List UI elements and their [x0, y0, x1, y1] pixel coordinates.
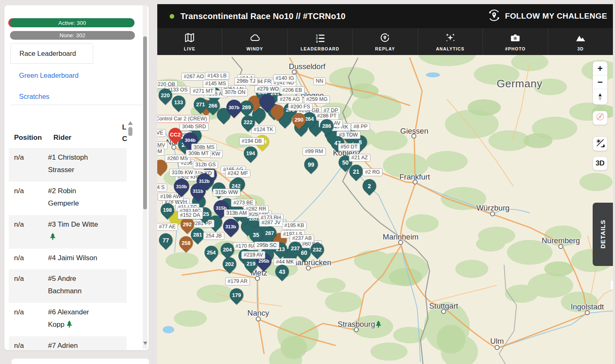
pin-number: 179: [230, 288, 243, 302]
table-row[interactable]: n/a#3 Tim De Witte: [9, 215, 127, 249]
rider-label[interactable]: #145 MS: [203, 80, 228, 88]
rider-label[interactable]: 307b ON: [222, 89, 248, 96]
map-pin-286[interactable]: 286: [317, 116, 336, 136]
rider-label[interactable]: 309b MT: [186, 150, 211, 158]
map-pin-202[interactable]: 202: [220, 254, 239, 274]
nav-item-3d[interactable]: 3D: [548, 28, 613, 55]
active-riders-badge[interactable]: Active: 300: [10, 18, 135, 27]
rider-label[interactable]: #219 AV: [241, 251, 265, 259]
map-panel: Transcontinental Race No10 // #TCRNo10 F…: [157, 4, 613, 364]
table-row[interactable]: n/a#4 Jaimi Wilson: [9, 249, 127, 269]
rider-label[interactable]: #195 KB: [282, 222, 307, 230]
table-row[interactable]: n/a#2 Robin Gemperle: [9, 182, 127, 215]
map-pin-290[interactable]: 290: [289, 110, 309, 129]
table-scroll-up-icon[interactable]: [128, 121, 133, 125]
nav-item-replay[interactable]: REPLAY: [353, 28, 418, 55]
rider-label[interactable]: #287 JV: [259, 219, 283, 227]
rider-label[interactable]: #179 AR: [225, 278, 250, 285]
rider-label[interactable]: #140 IG: [273, 74, 296, 82]
row-position: n/a: [9, 252, 48, 269]
rider-label[interactable]: NN: [313, 77, 326, 85]
map-pin-43[interactable]: 43: [272, 262, 292, 281]
map-pin-99[interactable]: 99: [301, 155, 321, 174]
nav-item-analytics[interactable]: ANALYTICS: [418, 28, 483, 55]
rider-label[interactable]: #206 EB: [280, 86, 305, 94]
rider-label[interactable]: #77 AE: [157, 223, 178, 231]
map-pin-179[interactable]: 179: [227, 285, 246, 305]
map-pin[interactable]: [256, 91, 278, 113]
rider-label[interactable]: 04 S: [157, 184, 167, 192]
rider-label[interactable]: DM: [157, 148, 164, 156]
map-pin-254[interactable]: 254: [202, 243, 221, 262]
nav-item-windy[interactable]: WINDY: [222, 28, 287, 55]
rider-label[interactable]: #259 MG: [304, 96, 330, 103]
rider-label[interactable]: 254 JB: [203, 232, 224, 240]
row-rider: #2 Robin Gemperle: [48, 185, 107, 215]
rider-label[interactable]: 310b KW: [169, 169, 195, 177]
map-pin-266[interactable]: 266: [203, 96, 223, 115]
nav-item-leaderboard[interactable]: 123LEADERBOARD: [288, 28, 353, 55]
pin-number: [259, 94, 275, 110]
map-pin-198[interactable]: 198: [158, 200, 177, 220]
rider-label[interactable]: #152 DA: [178, 211, 203, 219]
tab-green-leaderboard[interactable]: Green Leaderboard: [19, 72, 79, 79]
rider-label[interactable]: #8 PP: [351, 123, 370, 131]
column-header-position: Position: [14, 134, 42, 142]
tab-scratches[interactable]: Scratches: [19, 93, 49, 101]
rider-label[interactable]: 313b AM: [224, 209, 249, 217]
tab-race-leaderboard[interactable]: Race Leaderboard: [10, 43, 93, 64]
rider-label[interactable]: 304b SRD: [180, 123, 209, 131]
table-row[interactable]: n/a#1 Christoph Strasser: [9, 148, 127, 182]
rider-label[interactable]: VE: [157, 129, 166, 137]
rider-label[interactable]: 315b WW: [213, 189, 240, 196]
rider-label[interactable]: 296b TJ: [234, 77, 258, 85]
map-pin-258[interactable]: 258: [176, 233, 196, 253]
zoom-in-button[interactable]: +: [593, 61, 608, 75]
table-row[interactable]: n/a#7 Adrien: [9, 336, 127, 350]
rider-label[interactable]: #99 RM: [303, 148, 326, 156]
rider-label[interactable]: #271 MT: [190, 87, 216, 95]
compass-button[interactable]: [593, 111, 608, 125]
rider-label[interactable]: #21 AZ: [349, 154, 370, 162]
map-pin-2[interactable]: 2: [360, 176, 379, 196]
map-pin-204[interactable]: 204: [218, 240, 237, 259]
rider-label[interactable]: Control Car 2 (CREW): [157, 115, 209, 123]
zoom-out-button[interactable]: −: [593, 75, 608, 89]
rider-label[interactable]: #290 FS: [288, 103, 312, 111]
rider-label[interactable]: 295b SC: [254, 242, 279, 249]
day-night-toggle-button[interactable]: [593, 136, 608, 151]
row-rider: #6 Alexander Kopp: [48, 306, 107, 336]
map-pin-77[interactable]: 77: [157, 230, 175, 250]
map-pin-237[interactable]: 237: [286, 239, 305, 258]
3d-toggle-button[interactable]: 3D: [593, 156, 608, 170]
map[interactable]: GermanyBelgiumDusseldorfCologneKoblenzGi…: [157, 55, 613, 364]
map-pin-307b[interactable]: 307b: [223, 96, 245, 118]
map-pin-222[interactable]: 222: [238, 113, 258, 132]
rider-label[interactable]: #267 AO: [181, 73, 207, 81]
sidebar-scrollbar[interactable]: [143, 36, 147, 209]
map-pin-133[interactable]: 133: [169, 93, 188, 112]
rider-label[interactable]: #279 WO: [255, 85, 281, 93]
rider-label[interactable]: #194 DB: [239, 137, 264, 145]
details-tab[interactable]: DETAILS: [593, 203, 613, 266]
brand-logo[interactable]: FOLLOW MY CHALLENGE: [487, 8, 607, 25]
rider-label[interactable]: 312b GS: [193, 161, 218, 169]
tilt-button[interactable]: ▲ ▼: [593, 89, 608, 105]
rider-label[interactable]: #2 RG: [363, 168, 382, 176]
table-row[interactable]: n/a#6 Alexander Kopp: [9, 303, 127, 336]
map-pin-310b[interactable]: 310b: [171, 175, 192, 197]
table-scrollbar[interactable]: [128, 127, 132, 136]
sidebar-scroll-down-icon[interactable]: [143, 342, 147, 345]
rider-label[interactable]: #50 DT: [338, 143, 360, 151]
none-riders-badge[interactable]: None: 302: [10, 31, 135, 40]
rider-label[interactable]: #242 MF: [225, 170, 250, 177]
rider-label[interactable]: #143 LB: [205, 72, 229, 80]
nav-item-photo[interactable]: #PHOTO: [483, 28, 548, 55]
nav-item-live[interactable]: LIVE: [157, 28, 222, 55]
map-pin-232[interactable]: 232: [308, 240, 327, 259]
city-dot: [171, 145, 176, 150]
map-pin-312b[interactable]: 312b: [193, 170, 215, 192]
map-pin-287[interactable]: 287: [260, 223, 279, 243]
table-row[interactable]: n/a#5 Andre Bachmann: [9, 269, 127, 303]
rider-label[interactable]: #276 AG: [277, 96, 303, 103]
